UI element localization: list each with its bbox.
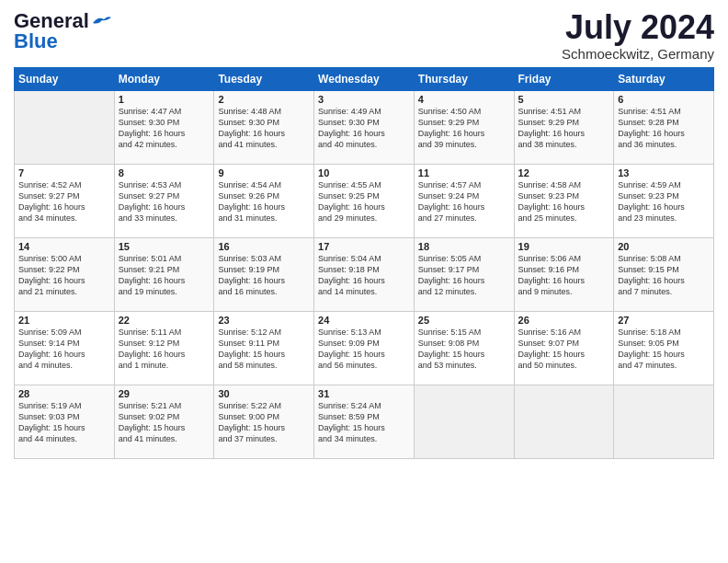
table-row [614, 385, 714, 458]
table-row: 11Sunrise: 4:57 AM Sunset: 9:24 PM Dayli… [414, 164, 514, 237]
day-info: Sunrise: 5:24 AM Sunset: 8:59 PM Dayligh… [318, 400, 410, 445]
day-number: 31 [318, 388, 410, 399]
day-number: 11 [418, 167, 510, 178]
day-number: 17 [318, 241, 410, 252]
header-wednesday: Wednesday [314, 67, 415, 90]
day-info: Sunrise: 4:51 AM Sunset: 9:29 PM Dayligh… [518, 106, 610, 151]
day-number: 4 [418, 94, 510, 105]
table-row: 26Sunrise: 5:16 AM Sunset: 9:07 PM Dayli… [514, 311, 614, 385]
day-info: Sunrise: 5:03 AM Sunset: 9:19 PM Dayligh… [218, 253, 310, 298]
day-info: Sunrise: 4:49 AM Sunset: 9:30 PM Dayligh… [318, 106, 410, 151]
day-number: 7 [18, 167, 110, 178]
day-number: 26 [518, 315, 610, 326]
day-info: Sunrise: 5:16 AM Sunset: 9:07 PM Dayligh… [518, 327, 610, 372]
day-number: 14 [18, 241, 110, 252]
header-monday: Monday [114, 67, 214, 90]
day-number: 25 [418, 315, 510, 326]
calendar-week-row: 7Sunrise: 4:52 AM Sunset: 9:27 PM Daylig… [15, 164, 714, 237]
table-row: 9Sunrise: 4:54 AM Sunset: 9:26 PM Daylig… [214, 164, 314, 237]
table-row: 29Sunrise: 5:21 AM Sunset: 9:02 PM Dayli… [114, 385, 214, 458]
day-number: 18 [418, 241, 510, 252]
table-row: 25Sunrise: 5:15 AM Sunset: 9:08 PM Dayli… [414, 311, 514, 385]
calendar-week-row: 28Sunrise: 5:19 AM Sunset: 9:03 PM Dayli… [15, 385, 714, 458]
day-info: Sunrise: 4:52 AM Sunset: 9:27 PM Dayligh… [18, 179, 110, 224]
table-row: 22Sunrise: 5:11 AM Sunset: 9:12 PM Dayli… [114, 311, 214, 385]
day-info: Sunrise: 4:47 AM Sunset: 9:30 PM Dayligh… [119, 106, 210, 151]
day-info: Sunrise: 4:58 AM Sunset: 9:23 PM Dayligh… [518, 179, 610, 224]
day-info: Sunrise: 5:15 AM Sunset: 9:08 PM Dayligh… [418, 327, 510, 372]
day-number: 21 [18, 315, 110, 326]
header-sunday: Sunday [15, 67, 115, 90]
day-number: 30 [218, 388, 310, 399]
day-number: 24 [318, 315, 410, 326]
table-row: 7Sunrise: 4:52 AM Sunset: 9:27 PM Daylig… [15, 164, 115, 237]
table-row [514, 385, 614, 458]
logo-blue: Blue [14, 29, 58, 53]
calendar-week-row: 1Sunrise: 4:47 AM Sunset: 9:30 PM Daylig… [15, 90, 714, 164]
day-number: 19 [518, 241, 610, 252]
day-number: 1 [119, 94, 210, 105]
table-row: 17Sunrise: 5:04 AM Sunset: 9:18 PM Dayli… [314, 237, 415, 311]
day-number: 23 [218, 315, 310, 326]
day-info: Sunrise: 4:48 AM Sunset: 9:30 PM Dayligh… [218, 106, 310, 151]
day-info: Sunrise: 5:09 AM Sunset: 9:14 PM Dayligh… [18, 327, 110, 372]
day-info: Sunrise: 5:19 AM Sunset: 9:03 PM Dayligh… [18, 400, 110, 445]
table-row: 2Sunrise: 4:48 AM Sunset: 9:30 PM Daylig… [214, 90, 314, 164]
day-info: Sunrise: 4:55 AM Sunset: 9:25 PM Dayligh… [318, 179, 410, 224]
table-row: 5Sunrise: 4:51 AM Sunset: 9:29 PM Daylig… [514, 90, 614, 164]
day-info: Sunrise: 5:06 AM Sunset: 9:16 PM Dayligh… [518, 253, 610, 298]
table-row [414, 385, 514, 458]
day-number: 16 [218, 241, 310, 252]
table-row: 23Sunrise: 5:12 AM Sunset: 9:11 PM Dayli… [214, 311, 314, 385]
day-number: 12 [518, 167, 610, 178]
calendar-table: Sunday Monday Tuesday Wednesday Thursday… [14, 67, 714, 459]
title-section: July 2024 Schmoeckwitz, Germany [562, 9, 714, 62]
table-row: 4Sunrise: 4:50 AM Sunset: 9:29 PM Daylig… [414, 90, 514, 164]
header-friday: Friday [514, 67, 614, 90]
day-info: Sunrise: 4:59 AM Sunset: 9:23 PM Dayligh… [618, 179, 710, 224]
day-info: Sunrise: 4:50 AM Sunset: 9:29 PM Dayligh… [418, 106, 510, 151]
table-row: 16Sunrise: 5:03 AM Sunset: 9:19 PM Dayli… [214, 237, 314, 311]
logo-bird-icon [91, 14, 111, 29]
calendar-week-row: 14Sunrise: 5:00 AM Sunset: 9:22 PM Dayli… [15, 237, 714, 311]
table-row: 19Sunrise: 5:06 AM Sunset: 9:16 PM Dayli… [514, 237, 614, 311]
calendar-week-row: 21Sunrise: 5:09 AM Sunset: 9:14 PM Dayli… [15, 311, 714, 385]
logo: General Blue [14, 9, 111, 53]
day-info: Sunrise: 5:12 AM Sunset: 9:11 PM Dayligh… [218, 327, 310, 372]
day-number: 9 [218, 167, 310, 178]
day-number: 3 [318, 94, 410, 105]
header-tuesday: Tuesday [214, 67, 314, 90]
day-number: 27 [618, 315, 710, 326]
day-info: Sunrise: 4:51 AM Sunset: 9:28 PM Dayligh… [618, 106, 710, 151]
table-row: 8Sunrise: 4:53 AM Sunset: 9:27 PM Daylig… [114, 164, 214, 237]
table-row: 31Sunrise: 5:24 AM Sunset: 8:59 PM Dayli… [314, 385, 415, 458]
table-row: 6Sunrise: 4:51 AM Sunset: 9:28 PM Daylig… [614, 90, 714, 164]
day-info: Sunrise: 5:05 AM Sunset: 9:17 PM Dayligh… [418, 253, 510, 298]
day-info: Sunrise: 5:22 AM Sunset: 9:00 PM Dayligh… [218, 400, 310, 445]
table-row: 13Sunrise: 4:59 AM Sunset: 9:23 PM Dayli… [614, 164, 714, 237]
day-number: 15 [119, 241, 210, 252]
day-info: Sunrise: 4:57 AM Sunset: 9:24 PM Dayligh… [418, 179, 510, 224]
header-saturday: Saturday [614, 67, 714, 90]
table-row: 1Sunrise: 4:47 AM Sunset: 9:30 PM Daylig… [114, 90, 214, 164]
day-number: 28 [18, 388, 110, 399]
table-row: 3Sunrise: 4:49 AM Sunset: 9:30 PM Daylig… [314, 90, 415, 164]
location-subtitle: Schmoeckwitz, Germany [562, 46, 714, 62]
table-row: 12Sunrise: 4:58 AM Sunset: 9:23 PM Dayli… [514, 164, 614, 237]
day-number: 29 [119, 388, 210, 399]
table-row: 15Sunrise: 5:01 AM Sunset: 9:21 PM Dayli… [114, 237, 214, 311]
day-info: Sunrise: 5:04 AM Sunset: 9:18 PM Dayligh… [318, 253, 410, 298]
day-info: Sunrise: 5:08 AM Sunset: 9:15 PM Dayligh… [618, 253, 710, 298]
table-row: 21Sunrise: 5:09 AM Sunset: 9:14 PM Dayli… [15, 311, 115, 385]
table-row: 27Sunrise: 5:18 AM Sunset: 9:05 PM Dayli… [614, 311, 714, 385]
day-number: 8 [119, 167, 210, 178]
day-number: 5 [518, 94, 610, 105]
day-number: 22 [119, 315, 210, 326]
day-number: 6 [618, 94, 710, 105]
table-row: 10Sunrise: 4:55 AM Sunset: 9:25 PM Dayli… [314, 164, 415, 237]
day-info: Sunrise: 5:00 AM Sunset: 9:22 PM Dayligh… [18, 253, 110, 298]
day-number: 2 [218, 94, 310, 105]
day-info: Sunrise: 5:21 AM Sunset: 9:02 PM Dayligh… [119, 400, 210, 445]
table-row: 30Sunrise: 5:22 AM Sunset: 9:00 PM Dayli… [214, 385, 314, 458]
day-info: Sunrise: 5:18 AM Sunset: 9:05 PM Dayligh… [618, 327, 710, 372]
